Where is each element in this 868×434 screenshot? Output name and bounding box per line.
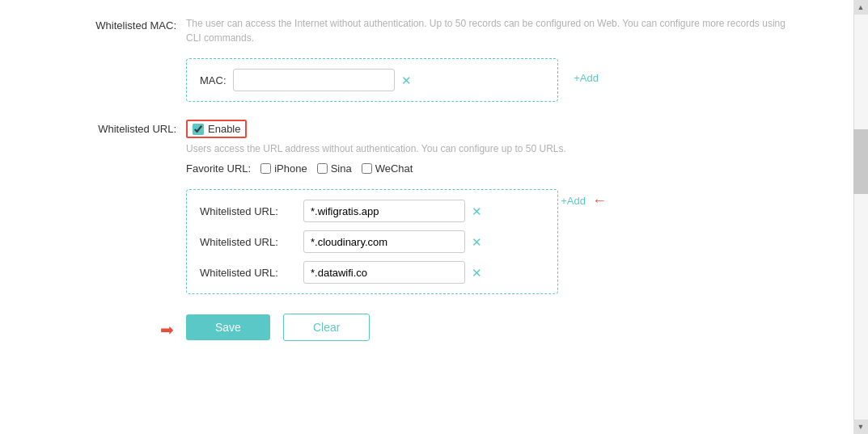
favorite-url-label: Favorite URL: <box>186 162 251 175</box>
save-arrow-icon: ➡ <box>160 320 174 339</box>
url-entry-row-3: Whitelisted URL: ✕ <box>200 261 544 284</box>
url-entry-row-2: Whitelisted URL: ✕ <box>200 230 544 253</box>
scrollbar-arrow-down[interactable]: ▼ <box>853 419 868 434</box>
wechat-label: WeChat <box>375 162 413 175</box>
whitelisted-url-content: Enable Users access the URL address with… <box>186 120 829 294</box>
mac-add-button[interactable]: +Add <box>574 72 599 84</box>
iphone-checkbox[interactable] <box>260 163 271 174</box>
whitelisted-mac-content: The user can access the Internet without… <box>186 16 829 102</box>
whitelisted-mac-section: Whitelisted MAC: The user can access the… <box>49 16 829 102</box>
url-clear-icon-1[interactable]: ✕ <box>472 205 482 217</box>
iphone-label: iPhone <box>274 162 307 175</box>
mac-label: MAC: <box>200 74 227 86</box>
url-add-button[interactable]: +Add <box>561 195 586 207</box>
sina-checkbox[interactable] <box>317 163 328 174</box>
enable-label: Enable <box>208 123 240 135</box>
url-input-1[interactable] <box>303 200 465 222</box>
url-input-2[interactable] <box>303 230 465 253</box>
url-dashed-box: Whitelisted URL: ✕ Whitelisted URL: ✕ Wh… <box>186 189 558 294</box>
mac-dashed-box: MAC: ✕ <box>186 58 558 102</box>
url-clear-icon-2[interactable]: ✕ <box>472 236 482 248</box>
wechat-checkbox[interactable] <box>362 163 372 174</box>
buttons-row: ➡ Save Clear <box>186 314 829 341</box>
scrollbar-arrow-up[interactable]: ▲ <box>853 0 868 15</box>
whitelisted-url-section: Whitelisted URL: Enable Users access the… <box>49 120 829 294</box>
whitelisted-mac-hint: The user can access the Internet without… <box>186 16 817 45</box>
url-input-3[interactable] <box>303 261 465 284</box>
enable-row: Enable <box>186 120 829 138</box>
mac-clear-icon[interactable]: ✕ <box>401 74 412 86</box>
whitelisted-mac-label: Whitelisted MAC: <box>49 16 186 32</box>
favorite-url-row: Favorite URL: iPhone Sina WeChat <box>186 162 829 175</box>
clear-button[interactable]: Clear <box>283 314 370 341</box>
url-hint: Users access the URL address without aut… <box>186 143 829 154</box>
mac-row: MAC: ✕ <box>200 69 544 91</box>
iphone-option[interactable]: iPhone <box>260 162 307 175</box>
url-entry-label-2: Whitelisted URL: <box>200 236 297 248</box>
url-clear-icon-3[interactable]: ✕ <box>472 267 482 279</box>
url-add-arrow-icon: ← <box>592 192 607 209</box>
wechat-option[interactable]: WeChat <box>362 162 413 175</box>
url-entry-row-1: Whitelisted URL: ✕ <box>200 200 544 222</box>
sina-option[interactable]: Sina <box>317 162 352 175</box>
scrollbar-thumb[interactable] <box>853 129 868 194</box>
mac-input[interactable] <box>233 69 395 91</box>
url-entry-label-3: Whitelisted URL: <box>200 267 297 279</box>
url-entry-label-1: Whitelisted URL: <box>200 205 297 217</box>
scrollbar-track: ▲ ▼ <box>853 0 868 434</box>
sina-label: Sina <box>331 162 352 175</box>
enable-checkbox-wrapper: Enable <box>186 120 247 138</box>
save-button[interactable]: Save <box>186 314 270 340</box>
enable-checkbox[interactable] <box>193 124 204 135</box>
whitelisted-url-label: Whitelisted URL: <box>49 120 186 135</box>
